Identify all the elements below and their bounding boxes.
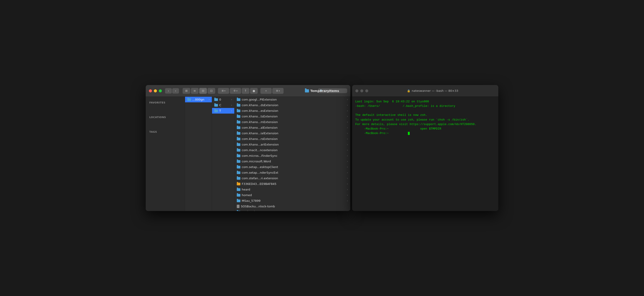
terminal-line: The default interactive shell is now zsh…: [355, 113, 495, 118]
action-chevron: ▾: [236, 90, 238, 92]
sidebar-favorites-label: Favorites: [146, 100, 185, 105]
item-label: com.khano...alExtension: [242, 126, 278, 129]
item-label: com.khano...ialExtension: [242, 132, 278, 135]
terminal-close-button[interactable]: [355, 89, 358, 92]
list-item[interactable]: com.microsoft.Word ›: [234, 158, 350, 164]
folder-icon: [237, 172, 240, 174]
item-label: SOSBacku...nlock-tomb: [241, 205, 275, 208]
terminal-titlebar: 🔒 nateswanner — -bash — 80×33: [352, 85, 498, 97]
minimize-button[interactable]: [154, 89, 157, 92]
terminal-line: -MacBook-Pro:~ open $TMPDIR: [355, 127, 495, 131]
list-view-icon: ≡: [194, 89, 196, 92]
list-item[interactable]: heard ›: [234, 187, 350, 192]
terminal-line: [355, 108, 495, 113]
list-item[interactable]: com.khano...alExtension ›: [234, 125, 350, 130]
list-item[interactable]: MSau_57899 ›: [234, 198, 350, 204]
chevron-right-icon: ›: [347, 172, 348, 174]
list-item[interactable]: com.khano...esExtension ›: [234, 108, 350, 114]
chevron-right-icon: ›: [231, 104, 232, 106]
list-item[interactable]: com.khano...mExtension ›: [234, 119, 350, 125]
terminal-line: -bash: /Users/ /.bash_profile: is a dire…: [355, 104, 495, 108]
item-label: T: [219, 109, 221, 112]
item-label: com.khano...ariExtension: [242, 143, 279, 146]
chevron-right-icon: ›: [347, 188, 348, 191]
folder-icon: [237, 110, 240, 112]
gear-icon: ⚙: [234, 89, 236, 92]
chevron-right-icon: ›: [347, 126, 348, 129]
chevron-right-icon: ›: [347, 149, 348, 151]
item-label: com.khano...dsExtension: [242, 104, 278, 107]
sidebar-tags-label: Tags: [146, 129, 185, 134]
folder-icon: [237, 211, 240, 211]
list-item[interactable]: ...000gn ›: [185, 97, 212, 102]
terminal-line: Last login: Sun Sep 6 19:43:22 on ttys00…: [355, 100, 495, 104]
close-button[interactable]: [149, 89, 152, 92]
toolbar-action-group: ⊞ ▾ ⚙ ▾ ↑ ●: [218, 88, 258, 94]
folder-icon: [237, 149, 240, 152]
item-label: F336ED43...EE9BAF845: [242, 182, 276, 186]
view-mode-buttons: ⊞ ≡ ⊟ ⊡: [182, 88, 215, 94]
item-label: com.setap...nderSyncExt: [242, 171, 278, 174]
finder-titlebar: ‹ › ⊞ ≡ ⊟ ⊡: [146, 85, 350, 97]
chevron-right-icon: ›: [347, 143, 348, 146]
list-item[interactable]: com.setap...nderSyncExt ›: [234, 170, 350, 176]
fullscreen-button[interactable]: [159, 89, 162, 92]
tag-button[interactable]: ●: [250, 88, 258, 94]
chevron-right-icon: ›: [347, 166, 348, 168]
folder-icon: [237, 154, 240, 157]
list-item[interactable]: com.setap...esktopClient ›: [234, 164, 350, 170]
terminal-body[interactable]: Last login: Sun Sep 6 19:43:22 on ttys00…: [352, 97, 498, 211]
gallery-view-button[interactable]: ⊡: [208, 88, 215, 94]
chevron-right-icon: ›: [347, 138, 348, 140]
column-view-icon: ⊟: [202, 89, 204, 92]
terminal-fullscreen-button[interactable]: [365, 89, 368, 92]
item-label: com.khano...rsExtension: [242, 137, 278, 140]
list-item[interactable]: com.khano...tsExtension ›: [234, 114, 350, 119]
item-label: com.khano...esExtension: [242, 109, 278, 112]
title-folder-icon: [305, 89, 309, 92]
item-label: 0: [219, 98, 221, 101]
sort-chevron: ▾: [266, 90, 267, 92]
search-box[interactable]: 🔍: [318, 88, 347, 93]
terminal-minimize-button[interactable]: [360, 89, 363, 92]
list-item[interactable]: homed ›: [234, 192, 350, 198]
arrange-button[interactable]: ⊞ ▾: [218, 88, 229, 94]
list-item[interactable]: com.macit...ncextension ›: [234, 147, 350, 153]
column-view-button[interactable]: ⊟: [199, 88, 207, 94]
list-item[interactable]: SOSBacku...nlock-tomb: [234, 204, 350, 209]
list-item[interactable]: studentd ›: [234, 209, 350, 211]
list-item[interactable]: T ›: [212, 108, 234, 114]
nav-buttons: ‹ ›: [165, 88, 179, 94]
chevron-right-icon: ›: [347, 115, 348, 118]
chevron-right-icon: ›: [347, 194, 348, 196]
finder-body: Favorites Locations Tags ...000gn › 0: [146, 97, 350, 211]
item-label: heard: [242, 188, 250, 191]
folder-icon: [237, 183, 240, 185]
list-item[interactable]: com.khano...dsExtension ›: [234, 102, 350, 108]
list-item[interactable]: com.googl...PIExtension ›: [234, 97, 350, 102]
folder-icon: [237, 98, 240, 101]
item-label: C: [219, 104, 221, 107]
list-item[interactable]: 0 ›: [212, 97, 234, 102]
list-view-button[interactable]: ≡: [191, 88, 198, 94]
chevron-right-icon: ›: [347, 154, 348, 157]
list-item[interactable]: F336ED43...EE9BAF845 ›: [234, 181, 350, 187]
list-item[interactable]: com.khano...rsExtension ›: [234, 136, 350, 142]
list-item[interactable]: C ›: [212, 102, 234, 108]
sort-button[interactable]: ▾: [260, 88, 272, 94]
search-input[interactable]: [324, 89, 344, 92]
back-button[interactable]: ‹: [165, 88, 172, 94]
chevron-right-icon: ›: [347, 200, 348, 202]
forward-button[interactable]: ›: [172, 88, 179, 94]
list-item[interactable]: com.stefan...ri.extension ›: [234, 176, 350, 181]
list-item[interactable]: com.micros...FinderSync ›: [234, 153, 350, 158]
traffic-lights: [149, 89, 162, 92]
list-item[interactable]: com.khano...ariExtension ›: [234, 142, 350, 147]
folder-icon: [237, 104, 240, 106]
share-button[interactable]: ↑: [242, 88, 249, 94]
arrange2-button[interactable]: ⊞ ▾: [272, 88, 284, 94]
action-button[interactable]: ⚙ ▾: [230, 88, 241, 94]
search-icon: 🔍: [320, 89, 323, 92]
list-item[interactable]: com.khano...ialExtension ›: [234, 130, 350, 136]
icon-view-button[interactable]: ⊞: [182, 88, 190, 94]
